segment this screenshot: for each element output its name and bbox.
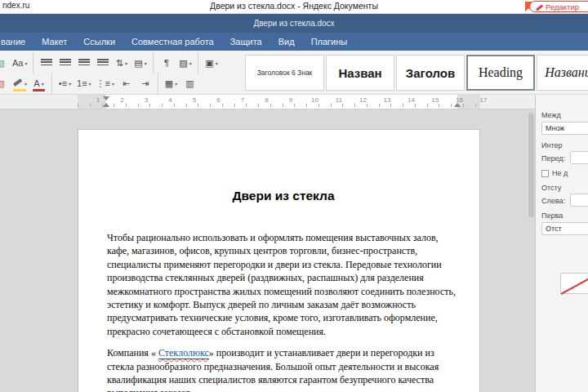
toolbar-separator [51,73,52,94]
font-color-icon[interactable]: А▾ [30,74,47,92]
ruler-number-1: 1 [96,96,100,104]
same-style-checkbox-label: Не д [552,169,568,177]
chevron-down-icon: ▾ [89,81,91,87]
menubar: ваниеМакетСсылкиСовместная работаЗащитаВ… [0,33,588,51]
vertical-scrollbar[interactable] [528,111,534,390]
chevron-down-icon: ▾ [216,60,218,66]
style-heading[interactable]: Heading [466,55,535,91]
chevron-down-icon: ▾ [189,60,192,66]
style-nazvanie-italic[interactable]: Название [537,55,588,91]
spacing-before-input[interactable] [570,151,588,164]
chevron-down-icon: ▾ [112,81,114,87]
multilevel-list-icon[interactable]: ⋮≡▾ [95,74,116,92]
menu-item-5[interactable]: Защита [222,37,270,47]
chevron-down-icon: ▾ [145,60,147,66]
toolbar-row-2: ▧▾А▾•≡▾1≡▾⋮≡▾⇤⇥▦▾▥ [2,74,198,93]
ruler-number-3: 3 [145,96,148,104]
horizontal-ruler[interactable]: 1234567891011121314151617 [0,95,535,109]
bullet-list-icon[interactable]: •≡▾ [56,74,74,92]
browser-url[interactable]: ndex.ru [2,1,29,10]
ruler-left-margin [78,95,106,109]
edit-mode-button[interactable]: Редактир [529,1,588,12]
toolbar: ▧Aa▾⇅▾▤▾¶▨▾▣▾ ▧▾А▾•≡▾1≡▾⋮≡▾⇤⇥▦▾▥ Заголов… [0,51,588,95]
first-line-select[interactable]: Отст ▾ [541,222,588,235]
menu-item-6[interactable]: Вид [270,37,303,47]
align-right-icon[interactable] [75,54,92,72]
ruler-number-9: 9 [289,96,292,104]
ruler-number-6: 6 [216,96,220,104]
document-title-text: Двери из стекла.docx [253,19,334,28]
toolbar-separator [198,52,198,74]
numbered-list-icon[interactable]: 1≡▾ [75,74,93,92]
clipped-color-icon: ▧ [0,74,9,92]
style-zagolovok-6-znak[interactable]: Заголовок 6 Знак [245,55,324,91]
ruler-number-15: 15 [432,96,439,104]
document-paragraph-1: Чтобы рационально использовать и оформля… [107,231,460,338]
paragraph-settings-panel: Межд Множ ▾ Интер Перед: Не д Отсту Слев… [535,95,588,392]
chevron-down-icon: ▾ [125,60,127,66]
paragraph-shading-icon[interactable]: ▤▾ [131,54,149,72]
highlight-color-icon[interactable]: ▾ [11,74,29,92]
borders-icon[interactable]: ▦▾ [163,74,180,92]
ruler-number-17: 17 [480,96,488,104]
spacing-section-label: Интер [541,141,562,149]
pencil-icon [536,3,543,11]
same-style-spacing-row: Не д [541,169,568,177]
left-indent-marker[interactable] [103,103,109,107]
insert-table-icon[interactable]: ▥ [181,74,198,92]
chevron-down-icon: ▾ [175,81,177,87]
document-paragraph-2: Компания « Стеклолюкс» производит и уста… [107,346,460,392]
toolbar-separator [158,73,158,94]
style-zagolovok[interactable]: Заголов [396,55,465,91]
line-spacing-select[interactable]: Множ ▾ [541,122,588,135]
change-case-icon[interactable]: Aa▾ [11,54,29,72]
browser-chrome: ndex.ru Двери из стекла.docx - Яндекс До… [0,0,588,14]
document-area: Двери из стекла Чтобы рационально исполь… [0,109,535,392]
paragraph-2-prefix: Компания « [107,347,158,359]
ruler-number-8: 8 [265,96,268,104]
menu-item-3[interactable]: Ссылки [75,37,123,47]
menu-item-4[interactable]: Совместная работа [123,37,222,47]
indent-left-label: Слева: [541,197,565,205]
scrollbar-thumb[interactable] [528,113,534,217]
ruler-number-10: 10 [311,96,318,104]
indent-left-input[interactable] [570,194,588,207]
style-nazvanie[interactable]: Назван [326,55,394,91]
first-line-indent-marker[interactable] [103,96,109,100]
toolbar-separator [33,52,33,74]
document-page[interactable]: Двери из стекла Чтобы рационально исполь… [78,129,480,392]
menu-item-7[interactable]: Плагины [303,37,356,47]
spacing-before-label: Перед: [541,154,565,163]
indents-section-label: Отсту [541,184,561,192]
menu-item-2[interactable]: Макет [33,37,75,47]
edit-mode-button-label: Редактир [546,2,579,11]
align-justify-icon[interactable] [94,54,111,72]
menu-item-1[interactable]: вание [0,37,33,47]
insert-image-icon[interactable]: ▣▾ [203,54,220,72]
chevron-down-icon: ▾ [24,60,27,66]
align-center-icon[interactable] [56,54,74,72]
chevron-down-icon: ▾ [24,81,27,87]
ruler-number-2: 2 [120,96,123,104]
chevron-down-icon: ▾ [42,81,44,87]
page-color-icon[interactable]: ▨▾ [176,54,194,72]
toolbar-separator [153,52,154,74]
ruler-number-11: 11 [336,96,342,104]
first-line-label: Перва [541,212,563,220]
ruler-number-14: 14 [408,96,415,104]
ruler-number-12: 12 [359,96,367,104]
line-spacing-value: Множ [546,124,564,132]
ruler-number-13: 13 [384,96,391,104]
ruler-number-7: 7 [241,96,244,104]
decrease-indent-icon[interactable]: ⇤ [118,74,135,92]
no-color-swatch[interactable] [560,273,588,294]
clipped-icon: ▧ [0,54,9,72]
increase-indent-icon[interactable]: ⇥ [136,74,154,92]
yandex-documents-app: ndex.ru Двери из стекла.docx - Яндекс До… [0,0,588,392]
steklolux-hyperlink[interactable]: Стеклолюкс [158,347,209,359]
same-style-checkbox[interactable] [541,170,549,177]
line-spacing-icon[interactable]: ⇅▾ [113,54,130,72]
align-left-icon[interactable] [38,54,55,72]
chevron-down-icon: ▾ [69,81,71,87]
nonprinting-characters-icon[interactable]: ¶ [158,54,175,72]
